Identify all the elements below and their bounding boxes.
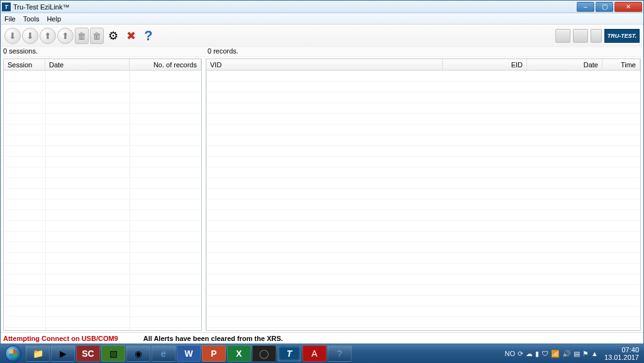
- menu-tools[interactable]: Tools: [23, 15, 40, 23]
- col-record-date[interactable]: Date: [527, 59, 602, 70]
- taskbar-explorer-icon[interactable]: 📁: [26, 345, 50, 362]
- start-button[interactable]: [1, 344, 25, 363]
- tray-clock[interactable]: 07:40 13.01.2017: [604, 346, 639, 361]
- taskbar-excel-icon[interactable]: X: [227, 345, 251, 362]
- device-wand-icon: [591, 29, 602, 43]
- upload-button[interactable]: ⬆: [40, 28, 56, 44]
- delete-button[interactable]: 🗑: [75, 28, 89, 44]
- statusbar: Attempting Connect on USB/COM9 All Alert…: [1, 332, 643, 343]
- app-window: T Tru-Test EziLink™ – ▢ ✕ File Tools Hel…: [0, 0, 644, 344]
- tray-chevron-icon[interactable]: ▲: [591, 350, 598, 357]
- app-icon: T: [2, 3, 11, 11]
- records-panel: VID EID Date Time: [206, 59, 641, 331]
- titlebar[interactable]: T Tru-Test EziLink™ – ▢ ✕: [1, 1, 643, 13]
- col-date[interactable]: Date: [45, 59, 130, 70]
- device-reader-icon: [573, 29, 588, 43]
- tray-volume-icon[interactable]: 🔊: [562, 350, 571, 358]
- taskbar-ie-icon[interactable]: e: [152, 345, 175, 362]
- sessions-count: 0 sessions.: [1, 47, 204, 57]
- taskbar-chrome-icon[interactable]: ◉: [126, 345, 150, 362]
- upload-all-button[interactable]: ⬆: [57, 28, 74, 44]
- taskbar-powerpoint-icon[interactable]: P: [202, 345, 226, 362]
- tray-shield-icon[interactable]: 🛡: [541, 350, 548, 357]
- count-bar: 0 sessions. 0 records.: [1, 47, 643, 57]
- brand-logo: TRU-TEST.: [604, 29, 640, 43]
- window-title: Tru-Test EziLink™: [13, 3, 577, 11]
- tray-lang[interactable]: NO: [505, 350, 516, 357]
- status-connect: Attempting Connect on USB/COM9: [3, 335, 118, 342]
- content-area: Session Date No. of records VID EID Date…: [1, 57, 643, 332]
- tray-flag-icon[interactable]: ⚑: [582, 350, 589, 358]
- device-indicator-icon: [555, 29, 570, 43]
- menubar: File Tools Help: [1, 13, 643, 25]
- taskbar-word-icon[interactable]: W: [177, 345, 201, 362]
- taskbar-obs-icon[interactable]: ◯: [252, 345, 276, 362]
- settings-icon[interactable]: ⚙: [105, 28, 121, 44]
- records-count: 0 records.: [204, 47, 643, 57]
- records-headers: VID EID Date Time: [206, 59, 640, 70]
- tools-icon[interactable]: ✖: [123, 28, 139, 44]
- tray-wifi-icon[interactable]: 📶: [551, 350, 560, 358]
- download-button[interactable]: ⬇: [4, 28, 21, 44]
- menu-help[interactable]: Help: [47, 15, 61, 23]
- taskbar-ezilink-icon[interactable]: T: [277, 345, 301, 362]
- system-tray[interactable]: NO ⟳ ☁ ▮ 🛡 📶 🔊 ▤ ⚑ ▲ 07:40 13.01.2017: [505, 346, 643, 361]
- tray-battery-icon[interactable]: ▮: [535, 350, 539, 358]
- close-button[interactable]: ✕: [614, 2, 642, 12]
- menu-file[interactable]: File: [4, 15, 16, 23]
- col-norecords[interactable]: No. of records: [130, 59, 201, 70]
- taskbar: 📁 ▶ SC ▧ ◉ e W P X ◯ T A ? NO ⟳ ☁ ▮ 🛡 📶 …: [0, 344, 644, 363]
- minimize-button[interactable]: –: [577, 2, 594, 12]
- records-grid[interactable]: [206, 70, 640, 330]
- tray-sync-icon[interactable]: ⟳: [518, 350, 523, 358]
- tray-cloud-icon[interactable]: ☁: [526, 350, 533, 358]
- taskbar-app-sc-icon[interactable]: SC: [76, 345, 100, 362]
- tray-date: 13.01.2017: [604, 354, 639, 361]
- taskbar-minecraft-icon[interactable]: ▧: [101, 345, 125, 362]
- sessions-grid[interactable]: [4, 70, 201, 330]
- sessions-panel: Session Date No. of records: [3, 59, 202, 331]
- col-vid[interactable]: VID: [206, 59, 443, 70]
- delete-all-button[interactable]: 🗑: [90, 28, 104, 44]
- maximize-button[interactable]: ▢: [596, 2, 613, 12]
- taskbar-help-icon[interactable]: ?: [328, 345, 352, 362]
- windows-orb-icon: [5, 345, 21, 362]
- help-icon[interactable]: ?: [140, 28, 157, 44]
- download-all-button[interactable]: ⬇: [22, 28, 38, 44]
- status-alerts: All Alerts have been cleared from the XR…: [143, 335, 283, 342]
- tray-time: 07:40: [604, 346, 639, 354]
- toolbar: ⬇ ⬇ ⬆ ⬆ 🗑 🗑 ⚙ ✖ ? TRU-TEST.: [1, 25, 643, 47]
- col-session[interactable]: Session: [4, 59, 45, 70]
- taskbar-adobe-icon[interactable]: A: [303, 345, 326, 362]
- col-eid[interactable]: EID: [443, 59, 527, 70]
- taskbar-media-icon[interactable]: ▶: [51, 345, 75, 362]
- tray-network-icon[interactable]: ▤: [574, 350, 580, 358]
- sessions-headers: Session Date No. of records: [4, 59, 201, 70]
- col-time[interactable]: Time: [602, 59, 640, 70]
